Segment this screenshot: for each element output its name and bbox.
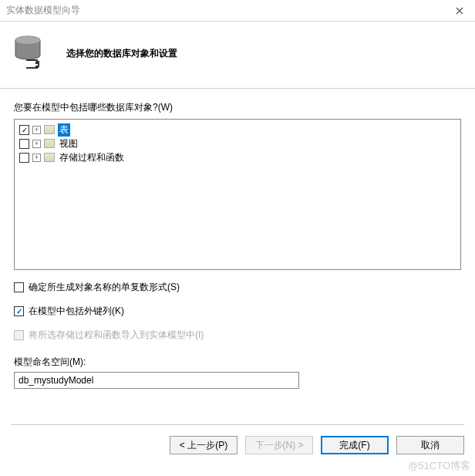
tree-item-tables[interactable]: ✓ + 表 [19, 123, 456, 137]
namespace-input[interactable] [14, 372, 299, 389]
checkbox-icon[interactable] [19, 139, 29, 149]
option-label: 在模型中包括外键列(K) [29, 305, 124, 318]
close-button[interactable] [444, 0, 475, 22]
table-icon [44, 125, 55, 134]
sproc-icon [44, 153, 55, 162]
tree-item-sprocs[interactable]: + 存储过程和函数 [19, 150, 456, 164]
view-icon [44, 139, 55, 148]
tree-label[interactable]: 存储过程和函数 [58, 151, 126, 164]
svg-rect-2 [35, 62, 39, 64]
checkbox-icon[interactable]: ✓ [19, 125, 29, 135]
svg-rect-3 [35, 66, 39, 68]
object-tree[interactable]: ✓ + 表 + 视图 + 存储过程和函数 [14, 119, 461, 270]
checkbox-icon[interactable]: ✓ [14, 306, 24, 316]
option-label: 将所选存储过程和函数导入到实体模型中(I) [29, 329, 204, 342]
option-label: 确定所生成对象名称的单复数形式(S) [29, 281, 180, 294]
content-area: 您要在模型中包括哪些数据库对象?(W) ✓ + 表 + 视图 + 存储过程和函数… [0, 89, 475, 395]
back-button[interactable]: < 上一步(P) [170, 436, 238, 454]
option-pluralize[interactable]: 确定所生成对象名称的单复数形式(S) [14, 281, 461, 294]
cancel-button[interactable]: 取消 [396, 436, 464, 454]
tree-prompt: 您要在模型中包括哪些数据库对象?(W) [14, 101, 461, 114]
button-row: < 上一步(P) 下一步(N) > 完成(F) 取消 [11, 424, 464, 454]
expand-icon[interactable]: + [32, 140, 41, 148]
titlebar: 实体数据模型向导 [0, 0, 475, 22]
tree-item-views[interactable]: + 视图 [19, 137, 456, 150]
svg-point-1 [15, 36, 40, 44]
expand-icon[interactable]: + [32, 126, 41, 134]
checkbox-icon[interactable] [14, 282, 24, 292]
checkbox-icon [14, 330, 24, 340]
close-icon [456, 7, 463, 15]
expand-icon[interactable]: + [32, 154, 41, 162]
header-panel: 选择您的数据库对象和设置 [0, 22, 475, 89]
option-importsp: 将所选存储过程和函数导入到实体模型中(I) [14, 329, 461, 342]
window-title: 实体数据模型向导 [6, 4, 80, 17]
database-icon [12, 34, 51, 73]
namespace-label: 模型命名空间(M): [14, 356, 461, 369]
next-button: 下一步(N) > [245, 436, 313, 454]
watermark: @51CTO博客 [408, 459, 470, 473]
finish-button[interactable]: 完成(F) [321, 436, 389, 454]
tree-label[interactable]: 视图 [58, 137, 79, 150]
checkbox-icon[interactable] [19, 153, 29, 163]
option-foreignkeys[interactable]: ✓ 在模型中包括外键列(K) [14, 305, 461, 318]
header-title: 选择您的数据库对象和设置 [66, 47, 177, 60]
tree-label[interactable]: 表 [58, 123, 70, 137]
